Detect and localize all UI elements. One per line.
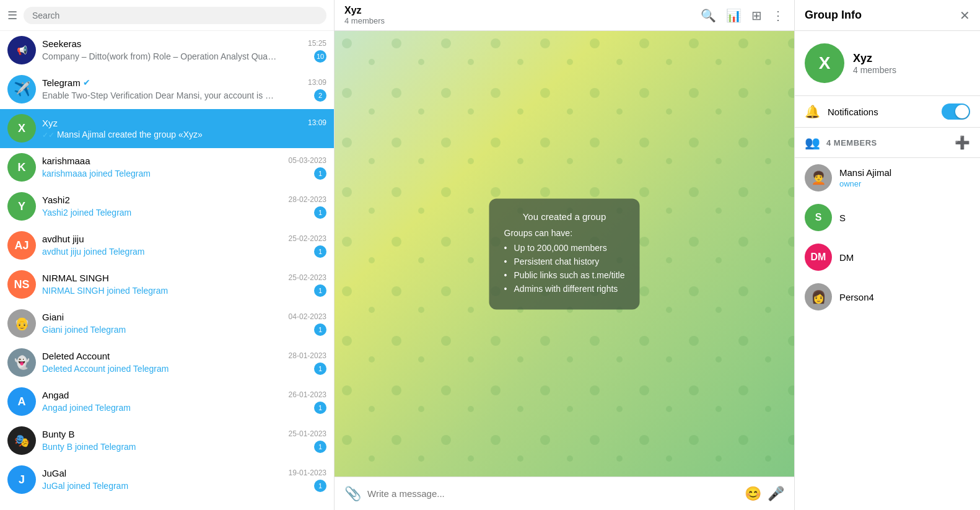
poll-icon[interactable]: 📊 [726, 8, 742, 23]
columns-icon[interactable]: ⊞ [751, 8, 762, 23]
emoji-icon[interactable]: 😊 [745, 486, 761, 502]
chat-time: 15:25 [308, 39, 326, 48]
bubble-point: Up to 200,000 members [504, 242, 625, 252]
chat-content: JuGal 19-01-2023 JuGal joined Telegram 1 [42, 468, 326, 492]
close-icon[interactable]: ✕ [960, 8, 970, 23]
sidebar-header: ☰ Search [0, 0, 334, 31]
chat-bottom: Bunty B joined Telegram 1 [42, 441, 326, 453]
chat-preview: karishmaaa joined Telegram [42, 169, 151, 178]
member-list: 🧑‍🦱 Mansi Ajimal owner S S DM DM 👩 Perso… [795, 158, 980, 510]
chat-name: NIRMAL SINGH [42, 273, 109, 283]
chat-time: 13:09 [308, 78, 326, 87]
chat-name: karishmaaa [42, 156, 90, 166]
chat-bottom: karishmaaa joined Telegram 1 [42, 167, 326, 180]
member-info: Person4 [839, 292, 970, 302]
chat-item[interactable]: 📢 Seekeras 15:25 Company – Ditto(work fr… [0, 31, 334, 70]
chat-content: Angad 26-01-2023 Angad joined Telegram 1 [42, 390, 326, 414]
unread-badge: 1 [314, 363, 326, 375]
chat-preview: NIRMAL SINGH joined Telegram [42, 286, 168, 296]
member-avatar: DM [805, 244, 832, 271]
chat-item[interactable]: K karishmaaa 05-03-2023 karishmaaa joine… [0, 148, 334, 187]
chat-name: Xyz [42, 118, 58, 128]
chat-content: Deleted Account 28-01-2023 Deleted Accou… [42, 351, 326, 375]
main-chat: Xyz 4 members 🔍 📊 ⊞ ⋮ You created a grou… [335, 0, 794, 510]
chat-bottom: Deleted Account joined Telegram 1 [42, 363, 326, 375]
message-input[interactable] [367, 488, 738, 499]
chat-content: Giani 04-02-2023 Giani joined Telegram 1 [42, 312, 326, 336]
notifications-toggle[interactable] [942, 103, 970, 120]
chat-item[interactable]: 🎭 Bunty B 25-01-2023 Bunty B joined Tele… [0, 421, 334, 460]
avatar: AJ [7, 231, 36, 260]
mic-icon[interactable]: 🎤 [768, 486, 784, 502]
chat-top: JuGal 19-01-2023 [42, 468, 326, 478]
chat-time: 19-01-2023 [289, 468, 326, 477]
chat-item[interactable]: NS NIRMAL SINGH 25-02-2023 NIRMAL SINGH … [0, 265, 334, 304]
member-info: DM [839, 252, 970, 263]
unread-badge: 1 [314, 323, 326, 336]
right-panel: Group Info ✕ X Xyz 4 members 🔔 Notificat… [794, 0, 980, 510]
chat-content: Xyz 13:09 ✓✓ Mansi Ajimal created the gr… [42, 118, 326, 139]
sidebar: ☰ Search 📢 Seekeras 15:25 Company – Ditt… [0, 0, 335, 510]
chat-top: avdhut jiju 25-02-2023 [42, 234, 326, 244]
member-name: Mansi Ajimal [839, 167, 970, 178]
chat-time: 28-02-2023 [289, 195, 326, 204]
chat-header-members: 4 members [344, 16, 693, 25]
chat-content: NIRMAL SINGH 25-02-2023 NIRMAL SINGH joi… [42, 273, 326, 297]
member-item[interactable]: 🧑‍🦱 Mansi Ajimal owner [795, 158, 980, 198]
member-item[interactable]: 👩 Person4 [795, 277, 980, 317]
chat-item[interactable]: Y Yashi2 28-02-2023 Yashi2 joined Telegr… [0, 187, 334, 226]
member-name: DM [839, 252, 970, 263]
chat-item[interactable]: 👻 Deleted Account 28-01-2023 Deleted Acc… [0, 343, 334, 382]
chat-item[interactable]: AJ avdhut jiju 25-02-2023 avdhut jiju jo… [0, 226, 334, 265]
member-item[interactable]: S S [795, 198, 980, 237]
avatar: 🎭 [7, 426, 36, 455]
chat-item[interactable]: ✈️ Telegram✔ 13:09 Enable Two-Step Verif… [0, 70, 334, 109]
chat-name: Angad [42, 390, 69, 400]
chat-header: Xyz 4 members 🔍 📊 ⊞ ⋮ [335, 0, 794, 31]
chat-bottom: Giani joined Telegram 1 [42, 323, 326, 336]
chat-time: 26-01-2023 [289, 390, 326, 399]
hamburger-icon[interactable]: ☰ [7, 9, 17, 22]
group-members-count: 4 members [853, 65, 896, 75]
chat-item[interactable]: 👴 Giani 04-02-2023 Giani joined Telegram… [0, 304, 334, 343]
chat-content: karishmaaa 05-03-2023 karishmaaa joined … [42, 156, 326, 180]
attach-icon[interactable]: 📎 [344, 486, 361, 502]
unread-badge: 10 [314, 50, 326, 63]
bubble-title: You created a group [504, 211, 625, 221]
members-header: 👥 4 MEMBERS ➕ [795, 128, 980, 158]
chat-name: JuGal [42, 468, 66, 478]
chat-preview: Angad joined Telegram [42, 403, 131, 413]
bell-icon: 🔔 [805, 104, 820, 119]
double-check-icon: ✓✓ [42, 131, 55, 139]
avatar: K [7, 153, 36, 182]
add-member-icon[interactable]: ➕ [955, 135, 970, 150]
notifications-label: Notifications [828, 107, 934, 117]
chat-bottom: JuGal joined Telegram 1 [42, 480, 326, 492]
chat-input-bar: 📎 😊 🎤 [335, 477, 794, 510]
group-avatar-section: X Xyz 4 members [795, 31, 980, 96]
chat-bottom: avdhut jiju joined Telegram 1 [42, 245, 326, 258]
chat-preview: Bunty B joined Telegram [42, 442, 136, 452]
more-icon[interactable]: ⋮ [772, 8, 784, 23]
chat-top: Yashi2 28-02-2023 [42, 195, 326, 205]
avatar: 👻 [7, 348, 36, 377]
chat-top: Bunty B 25-01-2023 [42, 429, 326, 439]
chat-name: avdhut jiju [42, 234, 84, 244]
avatar: X [7, 114, 36, 143]
chat-item[interactable]: J JuGal 19-01-2023 JuGal joined Telegram… [0, 460, 334, 499]
unread-badge: 1 [314, 206, 326, 219]
chat-item[interactable]: X Xyz 13:09 ✓✓ Mansi Ajimal created the … [0, 109, 334, 148]
chat-header-name: Xyz [344, 5, 693, 16]
chat-preview: Giani joined Telegram [42, 325, 126, 335]
chat-top: Giani 04-02-2023 [42, 312, 326, 322]
unread-badge: 1 [314, 441, 326, 453]
search-input[interactable]: Search [24, 7, 326, 24]
chat-item[interactable]: A Angad 26-01-2023 Angad joined Telegram… [0, 382, 334, 421]
unread-badge: 1 [314, 480, 326, 492]
chat-name: Seekeras [42, 38, 81, 49]
chat-background: You created a group Groups can have: Up … [335, 31, 794, 477]
search-icon[interactable]: 🔍 [701, 8, 716, 23]
chat-bottom: Angad joined Telegram 1 [42, 402, 326, 414]
bubble-subtitle: Groups can have: [504, 227, 625, 237]
member-item[interactable]: DM DM [795, 237, 980, 277]
